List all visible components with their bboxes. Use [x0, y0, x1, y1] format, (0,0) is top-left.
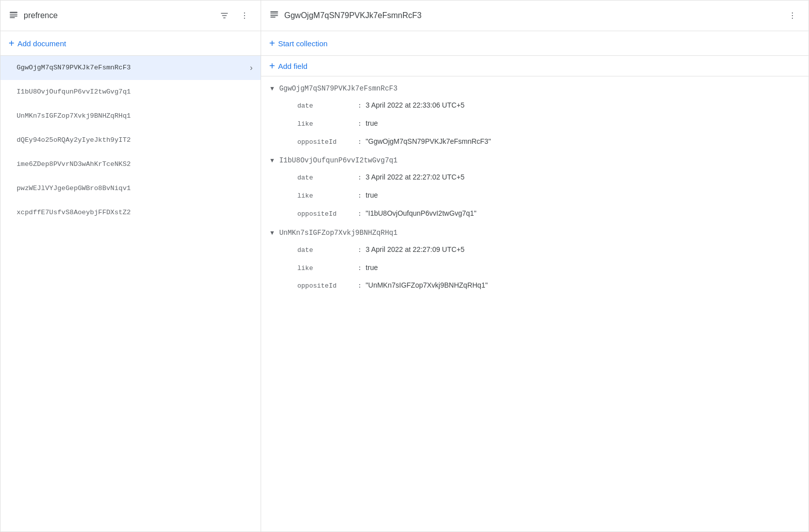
svg-point-13 [792, 18, 793, 19]
field-key: like [297, 119, 358, 130]
field-key: date [297, 101, 358, 112]
start-collection-label: Start collection [278, 39, 328, 48]
doc-id-label: xcpdffE7UsfvS8AoeybjFFDXstZ2 [17, 209, 131, 216]
chevron-right-icon: › [250, 63, 253, 72]
field-colon: : [358, 263, 362, 274]
svg-rect-3 [10, 17, 15, 18]
doc-list-item[interactable]: ime6ZDep8PVvrND3wAhKrTceNKS2 [1, 152, 261, 176]
right-more-options-button[interactable] [784, 8, 800, 24]
doc-field: date : 3 April 2022 at 22:27:02 UTC+5 [261, 168, 808, 187]
doc-field: like : true [261, 259, 808, 277]
section-id-label: I1bU8OvjOufqunP6vvI2twGvg7q1 [279, 156, 397, 164]
svg-point-6 [244, 18, 245, 19]
svg-rect-2 [10, 16, 18, 17]
filter-button[interactable] [216, 8, 232, 24]
doc-id-label: dQEy94o25oRQAy2yIyeJkth9yIT2 [17, 136, 131, 144]
expand-icon: ▼ [269, 229, 275, 236]
doc-id-label: ime6ZDep8PVvrND3wAhKrTceNKS2 [17, 160, 131, 168]
doc-id-label: I1bU8OvjOufqunP6vvI2twGvg7q1 [17, 88, 131, 96]
field-value: "GgwOjgM7qSN79PVKJk7eFsmnRcF3" [366, 136, 491, 147]
section-id-label: GgwOjgM7qSN79PVKJk7eFsmnRcF3 [279, 84, 397, 93]
field-value: 3 April 2022 at 22:27:02 UTC+5 [366, 171, 465, 183]
svg-point-11 [792, 13, 793, 14]
start-collection-button[interactable]: + Start collection [261, 31, 808, 56]
expand-icon: ▼ [269, 157, 275, 164]
doc-section: ▼ GgwOjgM7qSN79PVKJk7eFsmnRcF3 date : 3 … [261, 80, 808, 150]
start-collection-icon: + [269, 38, 275, 48]
field-colon: : [358, 245, 362, 255]
field-colon: : [358, 119, 362, 129]
right-header-collection-icon [269, 10, 279, 22]
field-value: true [366, 262, 378, 273]
right-panel-title: GgwOjgM7qSN79PVKJk7eFsmnRcF3 [284, 11, 779, 20]
doc-list-item[interactable]: UnMKn7sIGFZop7Xvkj9BNHZqRHq1 [1, 104, 261, 128]
field-value: "UnMKn7sIGFZop7Xvkj9BNHZqRHq1" [366, 280, 488, 291]
field-value: true [366, 190, 378, 201]
field-colon: : [358, 137, 362, 147]
expand-icon: ▼ [269, 85, 275, 92]
doc-section-header[interactable]: ▼ GgwOjgM7qSN79PVKJk7eFsmnRcF3 [261, 80, 808, 97]
more-options-button[interactable] [236, 8, 253, 24]
add-document-icon: + [9, 38, 15, 48]
svg-rect-7 [271, 11, 278, 13]
svg-rect-0 [10, 12, 18, 14]
doc-field: like : true [261, 187, 808, 205]
doc-list-item[interactable]: pwzWEJlVYJgeGepGWBro8BvNiqv1 [1, 176, 261, 201]
doc-section: ▼ UnMKn7sIGFZop7Xvkj9BNHZqRHq1 date : 3 … [261, 225, 808, 295]
field-colon: : [358, 172, 362, 183]
field-colon: : [358, 191, 362, 201]
add-document-button[interactable]: + Add document [1, 31, 261, 56]
doc-list-item[interactable]: GgwOjgM7qSN79PVKJk7eFsmnRcF3› [1, 56, 261, 80]
field-key: like [297, 263, 358, 274]
doc-list-item[interactable]: xcpdffE7UsfvS8AoeybjFFDXstZ2 [1, 201, 261, 225]
doc-field: date : 3 April 2022 at 22:27:09 UTC+5 [261, 241, 808, 259]
doc-list-item[interactable]: I1bU8OvjOufqunP6vvI2twGvg7q1 [1, 80, 261, 104]
right-panel: GgwOjgM7qSN79PVKJk7eFsmnRcF3 + Start col… [261, 1, 808, 531]
doc-section-header[interactable]: ▼ UnMKn7sIGFZop7Xvkj9BNHZqRHq1 [261, 225, 808, 241]
document-list: GgwOjgM7qSN79PVKJk7eFsmnRcF3›I1bU8OvjOuf… [1, 56, 261, 531]
field-colon: : [358, 281, 362, 291]
doc-field: oppositeId : "I1bU8OvjOufqunP6vvI2twGvg7… [261, 205, 808, 223]
svg-rect-1 [10, 14, 18, 15]
doc-field: date : 3 April 2022 at 22:33:06 UTC+5 [261, 97, 808, 115]
doc-field: oppositeId : "UnMKn7sIGFZop7Xvkj9BNHZqRH… [261, 277, 808, 295]
doc-id-label: GgwOjgM7qSN79PVKJk7eFsmnRcF3 [17, 64, 131, 71]
document-content: ▼ GgwOjgM7qSN79PVKJk7eFsmnRcF3 date : 3 … [261, 76, 808, 531]
svg-point-5 [244, 15, 245, 16]
add-field-icon: + [269, 61, 275, 71]
left-panel-title: prefrence [24, 11, 211, 20]
add-field-button[interactable]: + Add field [261, 56, 808, 76]
svg-rect-8 [271, 13, 278, 14]
field-key: date [297, 245, 358, 256]
left-panel-actions [216, 8, 253, 24]
svg-point-12 [792, 15, 793, 16]
doc-id-label: pwzWEJlVYJgeGepGWBro8BvNiqv1 [17, 185, 131, 192]
left-panel: prefrence + Add document GgwOjgM [1, 1, 261, 531]
svg-point-4 [244, 13, 245, 14]
collection-icon [9, 11, 19, 21]
field-key: oppositeId [297, 209, 358, 220]
doc-field: like : true [261, 115, 808, 133]
field-value: 3 April 2022 at 22:27:09 UTC+5 [366, 244, 465, 255]
doc-field: oppositeId : "GgwOjgM7qSN79PVKJk7eFsmnRc… [261, 133, 808, 151]
doc-id-label: UnMKn7sIGFZop7Xvkj9BNHZqRHq1 [17, 112, 131, 120]
field-key: oppositeId [297, 137, 358, 148]
doc-section-header[interactable]: ▼ I1bU8OvjOufqunP6vvI2twGvg7q1 [261, 152, 808, 168]
field-value: 3 April 2022 at 22:33:06 UTC+5 [366, 100, 465, 111]
section-id-label: UnMKn7sIGFZop7Xvkj9BNHZqRHq1 [279, 229, 397, 237]
field-value: "I1bU8OvjOufqunP6vvI2twGvg7q1" [366, 208, 476, 219]
left-panel-header: prefrence [1, 1, 261, 31]
field-colon: : [358, 101, 362, 111]
svg-rect-9 [271, 15, 278, 16]
field-key: like [297, 191, 358, 202]
field-key: date [297, 173, 358, 184]
field-value: true [366, 118, 378, 129]
add-document-label: Add document [18, 39, 66, 48]
doc-list-item[interactable]: dQEy94o25oRQAy2yIyeJkth9yIT2 [1, 128, 261, 152]
field-key: oppositeId [297, 281, 358, 292]
doc-section: ▼ I1bU8OvjOufqunP6vvI2twGvg7q1 date : 3 … [261, 152, 808, 222]
right-panel-header: GgwOjgM7qSN79PVKJk7eFsmnRcF3 [261, 1, 808, 31]
add-field-label: Add field [278, 62, 307, 70]
field-colon: : [358, 209, 362, 219]
svg-rect-10 [271, 17, 276, 18]
